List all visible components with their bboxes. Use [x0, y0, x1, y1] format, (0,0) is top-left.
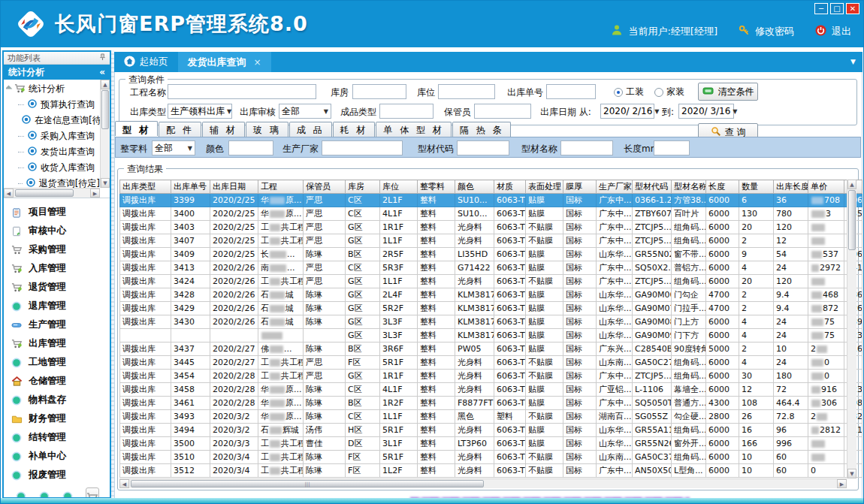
tree-item[interactable]: 采购入库查询: [6, 128, 100, 144]
name-input[interactable]: [560, 140, 613, 155]
tab-close-icon[interactable]: ×: [254, 57, 261, 68]
scrollbar-thumb[interactable]: |||: [131, 480, 484, 487]
column-header[interactable]: 整零料: [418, 180, 455, 194]
sidebar-section-header[interactable]: 统计分析 «: [4, 65, 110, 80]
column-header[interactable]: 型材代码: [633, 180, 672, 194]
column-header[interactable]: 工程: [258, 180, 304, 194]
table-row[interactable]: 调拨出库34292020/2/26石城陈琳G区5R2F整料KLM38176063…: [120, 302, 862, 315]
tree-horizontal-scrollbar[interactable]: ◀ ▶: [4, 188, 100, 198]
sidebar-item-folder[interactable]: 财务管理: [11, 409, 110, 428]
scrollbar-thumb[interactable]: [848, 190, 856, 250]
sidebar-item-machine[interactable]: 生产管理: [11, 315, 110, 334]
table-row[interactable]: 调拨出库35002020/3/3工共工程曹佳D区3L1F整料LT3P606063…: [120, 437, 862, 451]
table-row[interactable]: 调拨出库35122020/3/4工共工程陈琳F区1L2F整料光身料6063-T5…: [120, 464, 862, 478]
column-header[interactable]: 库位: [380, 180, 418, 194]
out-type-dropdown[interactable]: 生产领料出库▼: [168, 104, 232, 119]
table-row[interactable]: 调拨出库34932020/3/2华原...陈琳C区1L1F整料黑色塑料不贴膜国标…: [120, 410, 862, 424]
column-header[interactable]: 膜厚: [563, 180, 597, 194]
material-tab[interactable]: 型 材: [115, 121, 158, 136]
cart-button[interactable]: [86, 487, 99, 499]
column-header[interactable]: 材质: [494, 180, 526, 194]
date-to-dropdown[interactable]: 2020/ 3/16▼: [678, 104, 734, 119]
collapse-icon[interactable]: «: [99, 67, 105, 77]
logout-link[interactable]: 退出: [832, 25, 851, 38]
code-input[interactable]: [457, 140, 509, 155]
tab-home[interactable]: 起始页: [114, 52, 178, 72]
grid-vertical-scrollbar[interactable]: ▲ ▼: [847, 180, 856, 478]
sidebar-item-dot[interactable]: 工地管理: [11, 353, 110, 372]
tab-active[interactable]: 发货出库查询 ×: [178, 52, 271, 72]
table-row[interactable]: 调拨出库34542020/2/28工共工程严思G区1R1F整料光身料6063-T…: [120, 370, 862, 383]
scroll-right-icon[interactable]: ▶: [837, 479, 847, 488]
close-button[interactable]: ✕: [846, 3, 859, 14]
radio-jiazhuang[interactable]: 家装: [654, 86, 684, 98]
table-row[interactable]: 调拨出库34942020/3/2石辉城汤伟H区5R1F整料光身料6063-T5贴…: [120, 424, 862, 437]
scroll-down-icon[interactable]: ▼: [847, 469, 856, 478]
minimize-button[interactable]: ─: [814, 3, 828, 14]
warehouse-input[interactable]: [352, 84, 406, 99]
pin-icon[interactable]: [99, 53, 106, 63]
scroll-left-icon[interactable]: ◀: [119, 479, 129, 488]
length-input[interactable]: [654, 140, 690, 155]
tree-vertical-scrollbar[interactable]: ▲ ▼: [100, 80, 110, 188]
column-header[interactable]: 型材名称: [672, 180, 706, 194]
sidebar-item-dot[interactable]: 物料盘存: [11, 391, 110, 409]
sidebar-item-cart-green[interactable]: 出库管理: [11, 334, 110, 353]
scroll-down-icon[interactable]: ▼: [101, 178, 110, 188]
material-tab[interactable]: 隔 热 条: [452, 122, 512, 137]
tree-item[interactable]: 退货查询[待定]: [6, 176, 100, 188]
table-row[interactable]: 调拨出库35102020/3/4工共工程陈琳F区5R1F整料光身料6063-T5…: [120, 451, 862, 464]
sidebar-item-clipboard[interactable]: 项目管理: [11, 203, 110, 222]
scrollbar-thumb[interactable]: [15, 189, 74, 197]
material-tab[interactable]: 单 体 型 材: [376, 122, 451, 137]
column-header[interactable]: 生产厂家: [597, 180, 633, 194]
table-row[interactable]: 调拨出库34132020/2/26南...严思C区5R3F整料G71422606…: [120, 261, 862, 275]
table-row[interactable]: 调拨出库34282020/2/26石城陈琳G区2L4F整料KLM38176063…: [120, 288, 862, 302]
sidebar-item-note[interactable]: 审核中心: [11, 222, 110, 240]
tab-list-caret-icon[interactable]: ▼: [850, 58, 856, 65]
material-tab[interactable]: 配 件: [159, 122, 201, 137]
table-row[interactable]: 调拨出库33992020/2/25华原...严思C区2L1F整料SU10...6…: [120, 194, 862, 207]
sidebar-item-cart[interactable]: 采购管理: [11, 240, 110, 259]
table-row[interactable]: G区3L3F整料KLM38176063-T5贴膜国标山东华...GA90M09.…: [120, 329, 862, 343]
clear-conditions-button[interactable]: 清空条件: [698, 83, 758, 101]
column-header[interactable]: 单价: [808, 180, 844, 194]
tree-item[interactable]: 收货入库查询: [6, 160, 100, 176]
tree-item[interactable]: 在途信息查询[待: [6, 113, 100, 128]
table-row[interactable]: 调拨出库34452020/2/27工共工程严思F区5R1F整料光身料6063-T…: [120, 356, 862, 370]
column-header[interactable]: 保管员: [304, 180, 346, 194]
material-tab[interactable]: 耗 材: [333, 122, 376, 137]
table-row[interactable]: 调拨出库34032020/2/25工共工程严思G区1R1F整料光身料6063-T…: [120, 221, 862, 234]
product-type-input[interactable]: [379, 104, 434, 119]
table-row[interactable]: 调拨出库34092020/2/25长...陈琳B区2R5F整料LI35HD606…: [120, 248, 862, 261]
location-input[interactable]: [438, 84, 495, 99]
table-row[interactable]: 调拨出库34302020/2/26石城陈琳G区3L3F整料KLM38176063…: [120, 315, 862, 329]
tree-item[interactable]: 发货出库查询: [6, 144, 100, 160]
table-row[interactable]: 调拨出库34372020/2/27佛...陈琳B区3R6F整料PW056063-…: [120, 343, 862, 356]
column-header[interactable]: 出库单号: [171, 180, 210, 194]
scroll-right-icon[interactable]: ▶: [90, 189, 100, 198]
column-header[interactable]: 出库日期: [210, 180, 258, 194]
column-header[interactable]: 出库类型: [120, 180, 171, 194]
column-header[interactable]: 数量: [739, 180, 774, 194]
table-row[interactable]: 调拨出库34242020/2/26工共工程严思G区1L1F整料光身料6063-T…: [120, 275, 862, 288]
factory-input[interactable]: [322, 140, 403, 155]
sidebar-item-house[interactable]: 仓储管理: [11, 372, 110, 391]
maximize-button[interactable]: □: [830, 3, 844, 14]
sidebar-item-cart-green[interactable]: 退货管理: [11, 278, 110, 297]
tree-root-statistics[interactable]: 统计分析: [6, 81, 100, 97]
tree-expander-icon[interactable]: [6, 86, 12, 93]
material-tab[interactable]: 玻 璃: [246, 122, 289, 137]
scrollbar-thumb[interactable]: [101, 90, 109, 129]
grid-horizontal-scrollbar[interactable]: ◀ ||| ▶: [119, 478, 847, 488]
audit-dropdown[interactable]: 全部▼: [279, 104, 331, 119]
scroll-left-icon[interactable]: ◀: [4, 189, 14, 198]
change-password-link[interactable]: 修改密码: [755, 25, 794, 38]
sidebar-item-dot[interactable]: 报废管理: [11, 466, 110, 484]
date-from-dropdown[interactable]: 2020/ 2/16▼: [600, 104, 654, 119]
radio-gongzhuang[interactable]: 工装: [614, 86, 644, 98]
sidebar-item-dot[interactable]: 补单中心: [11, 447, 110, 466]
column-header[interactable]: 表面处理: [526, 180, 563, 194]
scroll-up-icon[interactable]: ▲: [101, 80, 110, 89]
color-input[interactable]: [228, 140, 273, 155]
